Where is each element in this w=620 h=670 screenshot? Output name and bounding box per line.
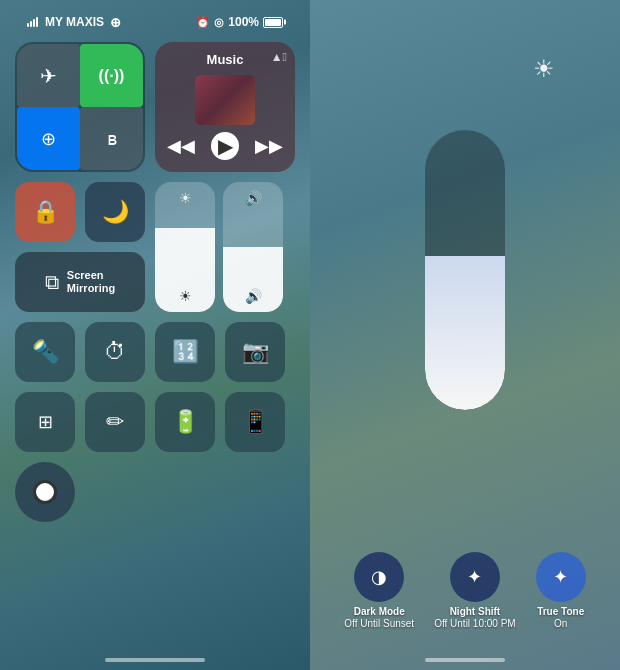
- alarm-icon: ⏰: [196, 16, 210, 29]
- status-left: MY MAXIS ⊕: [27, 15, 121, 30]
- camera-icon: 📷: [242, 339, 269, 365]
- top-row: ✈ ((·)) ⊕ ʙ ▲⃝ Music ◀◀ ▶: [15, 42, 295, 172]
- record-inner: [33, 480, 57, 504]
- airplane-mode-button[interactable]: ✈: [17, 44, 80, 107]
- screen-record-button[interactable]: [15, 462, 75, 522]
- volume-slider[interactable]: 🔊 🔊: [223, 182, 283, 312]
- rotation-lock-button[interactable]: 🔒: [15, 182, 75, 242]
- calculator-icon: 🔢: [172, 339, 199, 365]
- battery-widget-button[interactable]: 🔋: [155, 392, 215, 452]
- location-icon: ◎: [214, 16, 224, 29]
- screen-mirroring-button[interactable]: ⧉ ScreenMirroring: [15, 252, 145, 312]
- wifi-btn-icon: ⊕: [41, 128, 56, 150]
- timer-icon: ⏱: [104, 339, 126, 365]
- left-toggles: 🔒 🌙 ⧉ ScreenMirroring: [15, 182, 145, 312]
- markup-icon: ✏: [106, 409, 124, 435]
- large-brightness-slider[interactable]: [425, 130, 505, 410]
- do-not-disturb-button[interactable]: 🌙: [85, 182, 145, 242]
- music-controls: ◀◀ ▶ ▶▶: [167, 132, 283, 160]
- night-shift-label: Night ShiftOff Until 10:00 PM: [434, 606, 516, 630]
- true-tone-circle[interactable]: ✦: [536, 552, 586, 602]
- record-row: [15, 462, 295, 538]
- qr-scanner-button[interactable]: ⊞: [15, 392, 75, 452]
- right-brightness-panel: ☀ ◑ Dark ModeOff Until Sunset ✦ Night Sh…: [310, 0, 620, 670]
- status-right: ⏰ ◎ 100%: [196, 15, 283, 29]
- dark-mode-circle[interactable]: ◑: [354, 552, 404, 602]
- night-shift-icon: ✦: [467, 566, 482, 588]
- remote-icon: 📱: [242, 409, 269, 435]
- true-tone-label: True ToneOn: [537, 606, 584, 630]
- true-tone-icon: ✦: [553, 566, 568, 588]
- screen-mirror-label: ScreenMirroring: [67, 269, 115, 295]
- play-pause-button[interactable]: ▶: [211, 132, 239, 160]
- calculator-button[interactable]: 🔢: [155, 322, 215, 382]
- brightness-fill: ☀: [155, 228, 215, 313]
- brightness-sun-icon: ☀: [533, 55, 555, 83]
- lock-moon-row: 🔒 🌙: [15, 182, 145, 242]
- connectivity-grid: ✈ ((·)) ⊕ ʙ: [15, 42, 145, 172]
- brightness-slider[interactable]: ☀ ☀: [155, 182, 215, 312]
- signal-bars: [27, 17, 38, 27]
- flashlight-icon: 🔦: [32, 339, 59, 365]
- airplane-icon: ✈: [40, 64, 57, 88]
- wifi-icon: ⊕: [110, 15, 121, 30]
- music-widget[interactable]: ▲⃝ Music ◀◀ ▶ ▶▶: [155, 42, 295, 172]
- camera-button[interactable]: 📷: [225, 322, 285, 382]
- flashlight-button[interactable]: 🔦: [15, 322, 75, 382]
- volume-icon: 🔊: [245, 288, 262, 304]
- battery-label: 100%: [228, 15, 259, 29]
- middle-section: 🔒 🌙 ⧉ ScreenMirroring ☀ ☀: [15, 182, 295, 312]
- battery-widget-icon: 🔋: [172, 409, 199, 435]
- qr-icon: ⊞: [38, 411, 53, 433]
- bluetooth-icon: ʙ: [107, 128, 117, 150]
- large-brightness-fill: [425, 256, 505, 410]
- carrier-label: MY MAXIS: [45, 15, 104, 29]
- bottom-grid: 🔦 ⏱ 🔢 📷 ⊞ ✏ 🔋 📱: [15, 322, 295, 452]
- dark-mode-icon: ◑: [371, 566, 387, 588]
- bluetooth-button[interactable]: ʙ: [80, 107, 143, 170]
- volume-top-icon: 🔊: [245, 190, 262, 206]
- next-track-button[interactable]: ▶▶: [255, 135, 283, 157]
- dark-mode-option[interactable]: ◑ Dark ModeOff Until Sunset: [344, 552, 414, 630]
- wifi-button[interactable]: ⊕: [17, 107, 80, 170]
- prev-track-button[interactable]: ◀◀: [167, 135, 195, 157]
- moon-icon: 🌙: [102, 199, 129, 225]
- battery-icon: [263, 17, 283, 28]
- home-indicator-left: [105, 658, 205, 662]
- volume-fill: 🔊: [223, 247, 283, 312]
- night-shift-circle[interactable]: ✦: [450, 552, 500, 602]
- brightness-top-icon: ☀: [179, 190, 192, 206]
- controls-area: ✈ ((·)) ⊕ ʙ ▲⃝ Music ◀◀ ▶: [15, 42, 295, 538]
- lock-icon: 🔒: [32, 199, 59, 225]
- left-control-center: MY MAXIS ⊕ ⏰ ◎ 100% ✈ ((·)): [0, 0, 310, 670]
- markup-button[interactable]: ✏: [85, 392, 145, 452]
- remote-button[interactable]: 📱: [225, 392, 285, 452]
- sliders-area: ☀ ☀ 🔊 🔊: [155, 182, 295, 312]
- bottom-options: ◑ Dark ModeOff Until Sunset ✦ Night Shif…: [344, 552, 585, 630]
- cellular-icon: ((·)): [99, 67, 125, 85]
- screen-mirror-icon: ⧉: [45, 271, 59, 294]
- brightness-icon: ☀: [179, 288, 192, 304]
- dark-mode-label: Dark ModeOff Until Sunset: [344, 606, 414, 630]
- home-indicator-right: [425, 658, 505, 662]
- status-bar: MY MAXIS ⊕ ⏰ ◎ 100%: [15, 0, 295, 36]
- timer-button[interactable]: ⏱: [85, 322, 145, 382]
- night-shift-option[interactable]: ✦ Night ShiftOff Until 10:00 PM: [434, 552, 516, 630]
- music-album-art: [195, 75, 255, 125]
- music-title: Music: [207, 52, 244, 67]
- airplay-icon[interactable]: ▲⃝: [271, 50, 287, 64]
- true-tone-option[interactable]: ✦ True ToneOn: [536, 552, 586, 630]
- cellular-button[interactable]: ((·)): [80, 44, 143, 107]
